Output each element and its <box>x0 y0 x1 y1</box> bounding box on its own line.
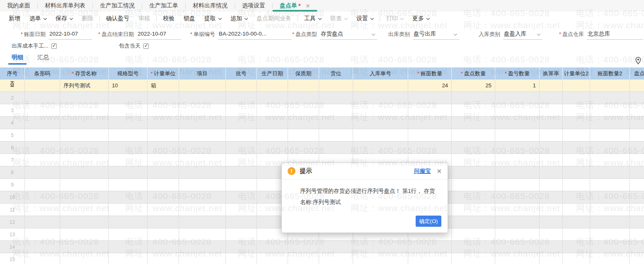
cell-spec[interactable] <box>109 166 148 179</box>
column-header-count_qty[interactable]: *盘点数量 <box>452 67 495 79</box>
cell-project[interactable] <box>179 216 226 228</box>
cell-count_qty2[interactable] <box>630 204 644 216</box>
cell-seq[interactable]: 5 <box>0 129 25 142</box>
cell-barcode[interactable] <box>25 228 60 241</box>
cell-batch[interactable] <box>226 104 257 117</box>
cell-barcode[interactable] <box>25 191 60 204</box>
column-header-unit[interactable]: *计量单位 <box>148 67 179 79</box>
cell-barcode[interactable] <box>25 216 60 228</box>
cell-batch[interactable] <box>226 166 257 179</box>
column-header-seq[interactable]: 序号 <box>0 67 25 79</box>
cell-batch[interactable] <box>226 142 257 154</box>
cell-count_qty2[interactable] <box>630 117 644 129</box>
cell-diff_qty[interactable] <box>495 154 540 166</box>
cell-barcode[interactable] <box>25 117 60 129</box>
cell-unit[interactable] <box>148 129 179 142</box>
cell-spec[interactable]: 10 <box>109 79 148 92</box>
toolbar-item-19[interactable]: 更多 <box>409 15 432 22</box>
ok-button[interactable]: 确定(O) <box>416 216 441 227</box>
cell-count_qty2[interactable] <box>630 166 644 179</box>
cell-count_qty[interactable] <box>452 92 495 104</box>
cell-conv_rate[interactable] <box>540 241 563 253</box>
cell-count_qty2[interactable] <box>630 191 644 204</box>
column-header-book_qty[interactable]: *账面数量 <box>408 67 452 79</box>
checkbox-checked-icon[interactable] <box>143 43 149 49</box>
cell-project[interactable] <box>179 129 226 142</box>
field-value[interactable]: 存货盘点 <box>320 29 377 40</box>
tab-6[interactable]: 盘点单*✕ <box>273 0 317 12</box>
cell-batch[interactable] <box>226 79 257 92</box>
cell-book_qty2[interactable] <box>590 228 630 241</box>
cell-batch[interactable] <box>226 228 257 241</box>
cell-barcode[interactable] <box>25 204 60 216</box>
toolbar-item-10[interactable]: 提取 <box>201 15 224 22</box>
cell-unit2[interactable] <box>563 228 590 241</box>
cell-spec[interactable] <box>109 92 148 104</box>
cell-conv_rate[interactable] <box>540 216 563 228</box>
cell-unit2[interactable] <box>563 179 590 191</box>
cell-unit[interactable] <box>148 166 179 179</box>
cell-barcode[interactable] <box>25 92 60 104</box>
toolbar-item-8[interactable]: 校验 <box>160 15 177 22</box>
help-link[interactable]: 问服宝 <box>414 168 431 175</box>
cell-name[interactable] <box>60 166 109 179</box>
cell-conv_rate[interactable] <box>540 204 563 216</box>
column-header-book_qty2[interactable]: 账面数量2 <box>590 67 630 79</box>
cell-barcode[interactable] <box>25 253 60 264</box>
cell-count_qty2[interactable] <box>630 241 644 253</box>
cell-project[interactable] <box>179 79 226 92</box>
cell-seq[interactable]: 3 <box>0 104 25 117</box>
cell-prod_date[interactable] <box>257 253 288 264</box>
cell-diff_qty[interactable] <box>495 166 540 179</box>
detail-tab-1[interactable]: 汇总 <box>37 54 49 61</box>
tab-5[interactable]: 选项设置 <box>235 0 272 12</box>
cell-conv_rate[interactable] <box>540 228 563 241</box>
cell-count_qty[interactable] <box>452 154 495 166</box>
cell-unit2[interactable] <box>563 253 590 264</box>
cell-in_order[interactable] <box>353 92 408 104</box>
cell-diff_qty[interactable] <box>495 92 540 104</box>
grid-row-1[interactable]: 序列号测试10箱24251 <box>0 79 644 92</box>
column-header-in_order[interactable]: 入库单号 <box>353 67 408 79</box>
cell-conv_rate[interactable] <box>540 154 563 166</box>
cell-seq[interactable]: 8 <box>0 166 25 179</box>
cell-count_qty[interactable] <box>452 117 495 129</box>
cell-unit2[interactable] <box>563 204 590 216</box>
cell-count_qty2[interactable] <box>630 179 644 191</box>
cell-barcode[interactable] <box>25 79 60 92</box>
toolbar-item-2[interactable]: 保存 <box>53 15 75 22</box>
cell-location[interactable] <box>319 117 353 129</box>
cell-diff_qty[interactable] <box>495 142 540 154</box>
cell-unit[interactable] <box>148 216 179 228</box>
toolbar-item-11[interactable]: 追加 <box>228 15 250 22</box>
cell-barcode[interactable] <box>25 129 60 142</box>
cell-count_qty[interactable] <box>452 179 495 191</box>
cell-in_order[interactable] <box>353 79 408 92</box>
cell-conv_rate[interactable] <box>540 92 563 104</box>
cell-unit[interactable] <box>148 154 179 166</box>
cell-shelf_life[interactable] <box>288 142 319 154</box>
cell-unit2[interactable] <box>563 154 590 166</box>
cell-spec[interactable] <box>109 253 148 264</box>
column-header-spec[interactable]: 规格型号 <box>109 67 148 79</box>
cell-seq[interactable]: 7 <box>0 154 25 166</box>
column-header-barcode[interactable]: 条形码 <box>25 67 60 79</box>
cell-conv_rate[interactable] <box>540 104 563 117</box>
cell-diff_qty[interactable] <box>495 179 540 191</box>
cell-shelf_life[interactable] <box>288 92 319 104</box>
cell-unit[interactable] <box>148 228 179 241</box>
cell-batch[interactable] <box>226 204 257 216</box>
cell-in_order[interactable] <box>353 253 408 264</box>
cell-book_qty[interactable] <box>408 253 452 264</box>
cell-project[interactable] <box>179 117 226 129</box>
cell-book_qty[interactable] <box>408 241 452 253</box>
cell-location[interactable] <box>319 241 353 253</box>
cell-project[interactable] <box>179 154 226 166</box>
cell-location[interactable] <box>319 79 353 92</box>
cell-unit2[interactable] <box>563 104 590 117</box>
cell-count_qty[interactable] <box>452 228 495 241</box>
cell-name[interactable] <box>60 92 109 104</box>
cell-spec[interactable] <box>109 179 148 191</box>
cell-batch[interactable] <box>226 179 257 191</box>
cell-prod_date[interactable] <box>257 129 288 142</box>
